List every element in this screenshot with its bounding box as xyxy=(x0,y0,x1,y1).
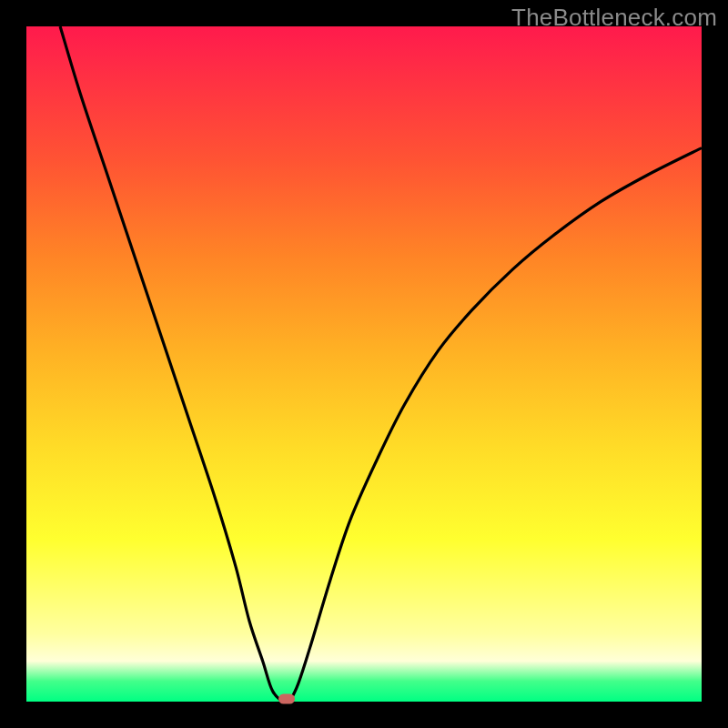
optimum-marker xyxy=(278,694,295,704)
bottleneck-curve xyxy=(26,26,702,702)
watermark-text: TheBottleneck.com xyxy=(511,4,717,32)
chart-plot-area xyxy=(26,26,702,702)
